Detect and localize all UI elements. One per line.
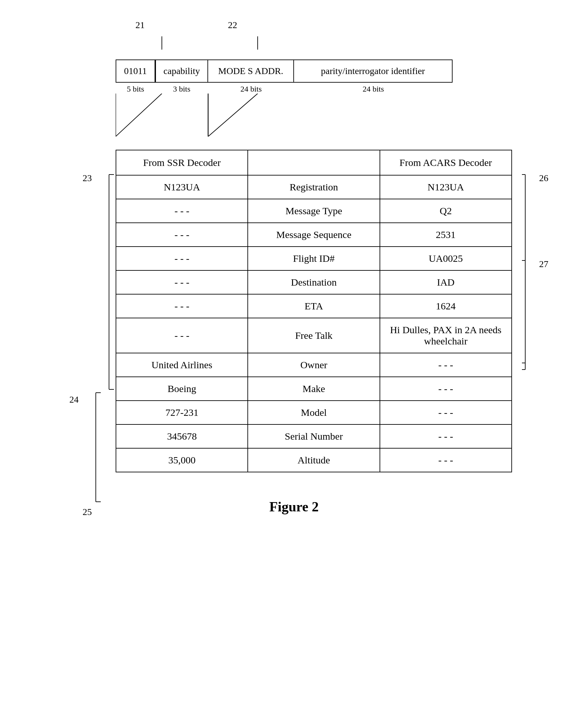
row8-mid: Owner <box>248 353 380 377</box>
ref-label-22: 22 <box>228 20 237 30</box>
bits-5: 5 bits <box>115 85 155 94</box>
row4-left: - - - <box>116 247 248 270</box>
row8-right: - - - <box>380 353 512 377</box>
svg-line-5 <box>208 94 258 137</box>
row1-left: N123UA <box>116 175 248 199</box>
table-row: N123UA Registration N123UA <box>116 175 512 199</box>
main-table: From SSR Decoder From ACARS Decoder N123… <box>115 150 512 472</box>
header-right: From ACARS Decoder <box>380 150 512 175</box>
header-mid <box>248 150 380 175</box>
diagram-container: 21 22 01011 capability MODE S ADDR. pari… <box>63 20 525 515</box>
field-capability: capability <box>155 60 208 83</box>
table-row: - - - Message Sequence 2531 <box>116 223 512 247</box>
row9-mid: Make <box>248 377 380 401</box>
row5-right: IAD <box>380 270 512 294</box>
row12-right: - - - <box>380 448 512 472</box>
packet-section: 21 22 01011 capability MODE S ADDR. pari… <box>63 20 525 137</box>
row5-mid: Destination <box>248 270 380 294</box>
row9-left: Boeing <box>116 377 248 401</box>
row6-mid: ETA <box>248 294 380 318</box>
row4-mid: Flight ID# <box>248 247 380 270</box>
row5-left: - - - <box>116 270 248 294</box>
row7-mid: Free Talk <box>248 318 380 353</box>
bits-3: 3 bits <box>155 85 208 94</box>
bits-24b: 24 bits <box>294 85 453 94</box>
row2-left: - - - <box>116 199 248 223</box>
row9-right: - - - <box>380 377 512 401</box>
table-row: - - - Free Talk Hi Dulles, PAX in 2A nee… <box>116 318 512 353</box>
row7-right: Hi Dulles, PAX in 2A needs wheelchair <box>380 318 512 353</box>
row11-right: - - - <box>380 424 512 448</box>
table-row: 35,000 Altitude - - - <box>116 448 512 472</box>
row7-left: - - - <box>116 318 248 353</box>
row6-right: 1624 <box>380 294 512 318</box>
ref-label-21: 21 <box>135 20 145 30</box>
bits-row: 5 bits 3 bits 24 bits 24 bits <box>115 85 453 94</box>
table-row: Boeing Make - - - <box>116 377 512 401</box>
row3-mid: Message Sequence <box>248 223 380 247</box>
table-row: 727-231 Model - - - <box>116 401 512 424</box>
row12-mid: Altitude <box>248 448 380 472</box>
row2-mid: Message Type <box>248 199 380 223</box>
row3-right: 2531 <box>380 223 512 247</box>
table-row: - - - Message Type Q2 <box>116 199 512 223</box>
header-left: From SSR Decoder <box>116 150 248 175</box>
row10-mid: Model <box>248 401 380 424</box>
table-row: 345678 Serial Number - - - <box>116 424 512 448</box>
ref-label-25: 25 <box>83 507 92 517</box>
field-mode-s: MODE S ADDR. <box>208 60 294 83</box>
table-header-row: From SSR Decoder From ACARS Decoder <box>116 150 512 175</box>
row6-left: - - - <box>116 294 248 318</box>
row10-left: 727-231 <box>116 401 248 424</box>
table-section: 23 24 25 From SSR Decoder F <box>63 150 525 472</box>
row8-left: United Airlines <box>116 353 248 377</box>
row2-right: Q2 <box>380 199 512 223</box>
row3-left: - - - <box>116 223 248 247</box>
row10-right: - - - <box>380 401 512 424</box>
svg-line-4 <box>115 94 162 137</box>
table-row: - - - Flight ID# UA0025 <box>116 247 512 270</box>
row4-right: UA0025 <box>380 247 512 270</box>
table-row: - - - Destination IAD <box>116 270 512 294</box>
packet-fields: 01011 capability MODE S ADDR. parity/int… <box>115 60 453 83</box>
row12-left: 35,000 <box>116 448 248 472</box>
row1-right: N123UA <box>380 175 512 199</box>
row1-mid: Registration <box>248 175 380 199</box>
table-row: United Airlines Owner - - - <box>116 353 512 377</box>
row11-left: 345678 <box>116 424 248 448</box>
figure-caption: Figure 2 <box>269 499 319 515</box>
table-row: - - - ETA 1624 <box>116 294 512 318</box>
field-parity: parity/interrogator identifier <box>294 60 453 83</box>
row11-mid: Serial Number <box>248 424 380 448</box>
bits-24a: 24 bits <box>208 85 294 94</box>
main-table-wrapper: From SSR Decoder From ACARS Decoder N123… <box>115 150 512 472</box>
field-01011: 01011 <box>115 60 155 83</box>
